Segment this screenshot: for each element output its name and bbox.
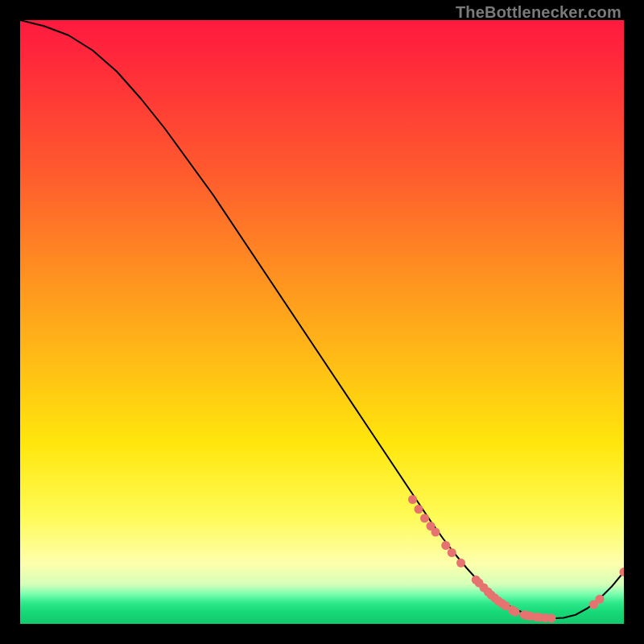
data-point bbox=[494, 597, 503, 605]
data-point bbox=[475, 579, 484, 588]
data-point bbox=[620, 568, 625, 576]
data-point bbox=[456, 559, 465, 568]
data-point bbox=[480, 584, 489, 592]
data-point bbox=[596, 595, 605, 604]
chart-stage: TheBottlenecker.com bbox=[0, 0, 644, 644]
data-point bbox=[415, 505, 423, 514]
data-point bbox=[408, 495, 417, 504]
data-point bbox=[420, 514, 429, 522]
data-point bbox=[547, 613, 556, 622]
data-point bbox=[448, 548, 456, 557]
data-point bbox=[526, 612, 535, 621]
data-point bbox=[520, 610, 529, 619]
data-point bbox=[502, 601, 510, 610]
data-point bbox=[589, 601, 598, 609]
chart-overlay-svg bbox=[20, 20, 624, 624]
data-point bbox=[490, 593, 499, 602]
data-point bbox=[487, 591, 496, 600]
marker-group bbox=[408, 495, 624, 622]
data-point bbox=[511, 608, 520, 617]
curve-group bbox=[20, 20, 624, 618]
data-point bbox=[541, 613, 550, 622]
data-point bbox=[472, 576, 481, 584]
data-point bbox=[441, 541, 450, 550]
data-point bbox=[427, 522, 436, 530]
data-point bbox=[484, 588, 493, 597]
bottleneck-curve bbox=[20, 20, 624, 618]
data-point bbox=[497, 599, 506, 608]
watermark-text: TheBottlenecker.com bbox=[456, 3, 621, 22]
data-point bbox=[535, 613, 544, 621]
data-point bbox=[532, 613, 541, 621]
data-point bbox=[523, 611, 532, 620]
data-point bbox=[431, 528, 440, 537]
plot-area bbox=[20, 20, 624, 624]
data-point bbox=[508, 605, 517, 614]
